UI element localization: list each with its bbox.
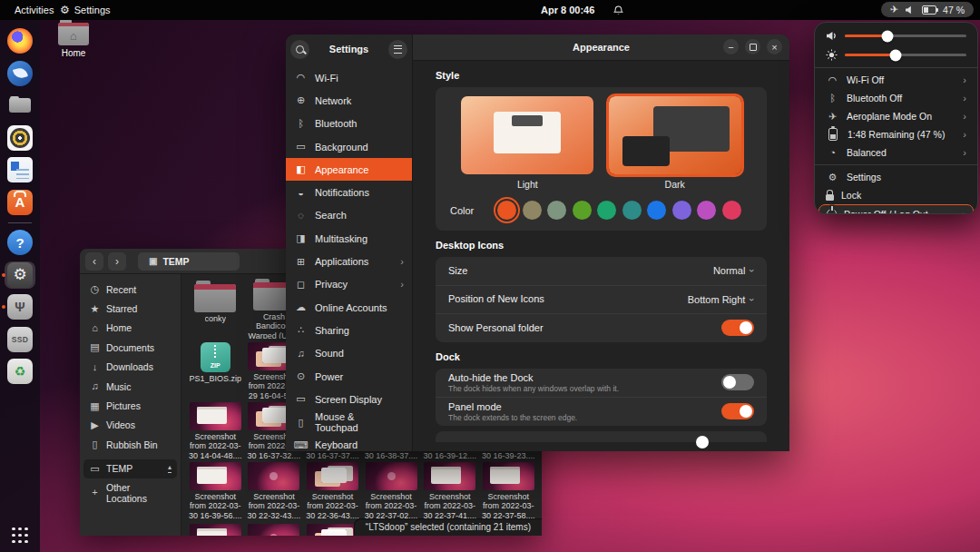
activities-button[interactable]: Activities [9,0,59,20]
settings-nav-item[interactable]: Notifications [286,181,412,203]
settings-row[interactable]: Size Normal › [436,257,767,285]
settings-nav-item[interactable]: Bluetooth [286,113,412,135]
file-item[interactable]: Screenshot from 2022-03-30 22-37-02.... [362,458,421,518]
forward-button[interactable]: › [108,252,126,271]
files-sidebar-item[interactable]: Starred ▴ [83,299,177,318]
toggle-switch[interactable] [721,374,754,390]
focused-app-menu[interactable]: ⚙ Settings [54,0,116,20]
file-item[interactable]: Screenshot from 2022-03-30 22-36-43.... [303,458,362,518]
dock-item[interactable]: SSD [5,326,35,353]
settings-nav-item[interactable]: Search [286,204,412,227]
system-menu-item[interactable]: Wi-Fi Off › [815,71,977,89]
search-button[interactable] [290,40,309,59]
dock-item[interactable] [5,60,35,87]
system-menu-item[interactable]: 1:48 Remaining (47 %) › [815,125,977,143]
brightness-slider[interactable] [845,54,966,57]
settings-row[interactable]: Auto-hide the Dock The dock hides when a… [436,369,767,397]
settings-row[interactable]: Position of New Icons Bottom Right › [436,285,767,314]
close-button[interactable]: × [767,39,782,54]
settings-nav-item[interactable]: Multitasking [286,227,412,250]
dropdown[interactable]: Normal › [713,265,754,276]
settings-nav-item[interactable]: Background [286,135,412,158]
files-sidebar-item[interactable]: Documents ▴ [83,338,177,357]
file-item[interactable]: conky [186,279,245,339]
volume-slider-knob[interactable] [881,30,893,42]
files-sidebar-item[interactable]: Downloads ▴ [83,358,177,377]
location-button[interactable]: ▣ TEMP [138,252,240,271]
files-sidebar-item[interactable]: TEMP ▴ [83,459,177,478]
primary-menu-button[interactable] [388,40,407,59]
dock-item[interactable] [5,27,35,54]
toggle-switch[interactable] [721,403,754,419]
settings-nav-item[interactable]: Sharing [286,319,412,341]
files-sidebar-item[interactable]: Other Locations ▴ [83,483,177,502]
color-swatch[interactable] [722,201,741,220]
show-applications-icon[interactable] [12,527,28,544]
color-swatch[interactable] [523,201,542,220]
settings-nav-item[interactable]: Screen Display [286,388,412,410]
settings-nav-item[interactable]: Wi-Fi [286,66,412,89]
files-sidebar-item[interactable]: Recent ▴ [83,280,177,299]
settings-row[interactable]: Show Personal folder › [436,313,767,342]
brightness-slider-knob[interactable] [890,49,902,61]
file-item[interactable]: PS1_BIOS.zip [186,339,245,399]
settings-nav-item[interactable]: Keyboard [286,434,412,451]
settings-nav-item[interactable]: Privacy › [286,273,412,296]
color-swatch[interactable] [672,201,691,220]
dock-item[interactable] [5,261,35,289]
slider-knob[interactable] [696,436,709,448]
maximize-button[interactable] [745,39,760,54]
dock-item[interactable] [5,358,35,385]
color-swatch[interactable] [622,201,642,220]
file-item[interactable]: Screenshot from 2022-03-30 22-32-43.... [245,458,304,518]
settings-nav-item[interactable]: Sound [286,342,412,365]
dock-item[interactable] [5,124,35,152]
settings-nav-item[interactable]: Power [286,365,412,388]
file-item[interactable]: Screenshot from 2022-03-30 22-37-41.... [420,458,479,518]
volume-slider[interactable] [845,34,966,38]
system-menu-action[interactable]: Power Off / Log Out › [818,204,974,214]
style-option[interactable]: Light [461,96,593,190]
dock-item[interactable] [5,293,35,320]
settings-nav-item[interactable]: Appearance [286,158,412,181]
desktop-home-icon[interactable]: ⌂ Home [53,23,94,58]
file-item[interactable]: Screenshot from 2022-03-30 22-37-58.... [479,458,538,518]
files-sidebar-item[interactable]: Music ▴ [83,377,177,396]
color-swatch[interactable] [547,201,566,220]
toggle-switch[interactable] [721,320,754,336]
files-sidebar-item[interactable]: Rubbish Bin ▴ [83,435,177,454]
file-item[interactable]: Screenshot from 2022-03-30 14-04-48.... [186,399,245,458]
files-sidebar-item[interactable]: Videos ▴ [83,416,177,435]
style-option[interactable]: Dark [609,96,741,190]
system-menu-item[interactable]: Balanced › [815,143,977,162]
dock-item[interactable] [5,156,35,183]
settings-nav-item[interactable]: Applications › [286,250,412,272]
dock-item[interactable] [5,229,35,256]
clock-button[interactable]: Apr 8 00:46 [541,0,594,20]
files-sidebar-item[interactable]: Home ▴ [83,319,177,338]
dock-item[interactable] [5,92,35,119]
color-swatch[interactable] [497,201,516,220]
color-swatch[interactable] [647,201,666,220]
settings-row[interactable]: Panel mode The dock extends to the scree… [436,397,767,426]
settings-nav-item[interactable]: Mouse & Touchpad [286,410,412,433]
color-swatch[interactable] [597,201,616,220]
dropdown[interactable]: Bottom Right › [688,294,754,305]
system-status-area[interactable]: ✈ 47 % [881,2,974,17]
files-sidebar-item[interactable]: Pictures ▴ [83,396,177,415]
color-swatch[interactable] [573,201,592,220]
back-button[interactable]: ‹ [85,252,103,271]
file-item[interactable]: Screenshot from 2022-03-30 16-39-56.... [186,458,245,518]
system-menu-item[interactable]: Aeroplane Mode On › [815,107,977,125]
settings-nav-item[interactable]: Network [286,89,412,112]
eject-icon[interactable]: ▴ [168,464,172,473]
dock-item[interactable] [5,189,35,216]
system-menu-item[interactable]: Bluetooth Off › [815,89,977,107]
file-item[interactable] [245,518,304,536]
color-swatch[interactable] [697,201,716,220]
file-item[interactable] [186,518,245,536]
system-menu-action[interactable]: Settings [815,168,977,186]
settings-nav-item[interactable]: Online Accounts [286,296,412,319]
minimize-button[interactable]: − [723,39,739,54]
system-menu-action[interactable]: Lock [815,186,977,204]
